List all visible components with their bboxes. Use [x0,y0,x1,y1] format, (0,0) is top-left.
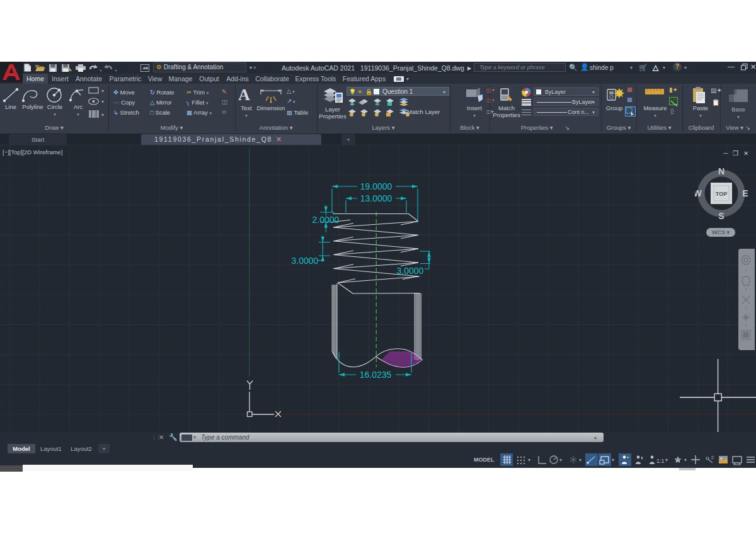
svg-text:13.0000: 13.0000 [360,193,392,203]
svg-text:▾: ▾ [101,112,104,118]
svg-text:S: S [718,211,724,221]
svg-text:19.0000: 19.0000 [360,181,392,191]
svg-text:2.0000: 2.0000 [312,215,340,225]
svg-text:▾: ▾ [101,99,104,105]
svg-text:N: N [718,166,724,176]
svg-text:E: E [742,188,748,198]
svg-text:3.0000: 3.0000 [292,256,319,266]
svg-text:▾: ▾ [101,88,104,94]
svg-text:W: W [695,188,702,198]
svg-text:16.0235: 16.0235 [360,370,392,380]
svg-text:3.0000: 3.0000 [397,266,424,276]
svg-text:TOP: TOP [716,191,727,197]
